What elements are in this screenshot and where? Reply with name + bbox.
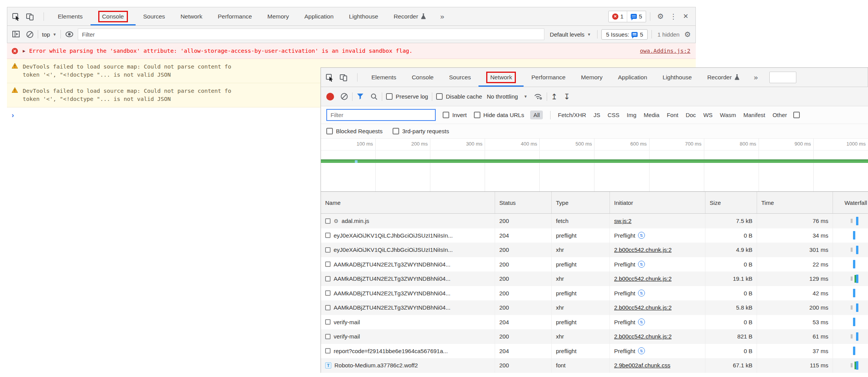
network-window-tab-lighthouse[interactable]: Lighthouse [655,68,700,87]
kebab-menu-icon[interactable]: ⋮ [667,12,680,21]
table-row[interactable]: AAMkADBjZTU4N2E2LTg3ZWYtNDBhNi04...200pr… [321,257,868,272]
search-icon[interactable] [370,93,378,101]
chip-img[interactable]: Img [627,112,636,118]
table-row[interactable]: eyJ0eXAiOiJKV1QiLCJhbGciOiJSUzI1NiIsIn..… [321,228,868,243]
network-window-tab-application[interactable]: Application [610,68,655,87]
log-levels-selector[interactable]: Default levels ▼ [550,31,591,38]
initiator-cell[interactable]: Preflight⇅ [610,315,705,330]
request-name-cell[interactable]: AAMkADBjZTU4N2E2LTg3ZWYtNDBhNi04... [321,257,495,272]
filter-funnel-icon[interactable] [356,93,364,100]
column-header-status[interactable]: Status [495,192,552,213]
network-window-tab-console[interactable]: Console [404,68,442,87]
request-name-cell[interactable]: eyJ0eXAiOiJKV1QiLCJhbGciOiJSUzI1NiIsIn..… [321,243,495,257]
console-filter-input[interactable] [78,28,544,40]
chip-manifest[interactable]: Manifest [744,112,766,118]
waterfall-cell[interactable] [833,344,868,359]
initiator-cell[interactable]: 2.b00cc542.chunk.js:2 [610,271,705,286]
device-toolbar-icon[interactable] [26,12,34,21]
initiator-cell[interactable]: sw.js:2 [610,214,705,228]
table-row[interactable]: verify-mail200xhr2.b00cc542.chunk.js:282… [321,329,868,344]
chip-wasm[interactable]: Wasm [720,112,736,118]
request-name-cell[interactable]: TRoboto-Medium.a37786c2.woff2 [321,358,495,373]
initiator-link[interactable]: 2.b00cc542.chunk.js:2 [614,333,672,340]
initiator-link[interactable]: 2.b00cc542.chunk.js:2 [614,246,672,253]
console-error-message[interactable]: ▶ Error while parsing the 'sandbox' attr… [7,43,696,59]
inspect-element-icon[interactable] [12,12,20,21]
request-name-cell[interactable]: verify-mail [321,315,495,330]
request-name-cell[interactable]: ⚙adal.min.js [321,214,495,228]
table-row[interactable]: ⚙adal.min.js200fetchsw.js:27.5 kB76 ms [321,214,868,228]
request-name-cell[interactable]: eyJ0eXAiOiJKV1QiLCJhbGciOiJSUzI1NiIsIn..… [321,228,495,243]
table-row[interactable]: verify-mail204preflightPreflight⇅0 B53 m… [321,315,868,330]
table-row[interactable]: report?code=f29141bbe6e1964ca567691a...2… [321,344,868,359]
waterfall-cell[interactable] [833,271,868,286]
settings-gear-icon[interactable]: ⚙ [654,12,667,21]
request-name-cell[interactable]: AAMkADBjZTU4N2E2LTg3ZWYtNDBhNi04... [321,300,495,315]
column-header-time[interactable]: Time [757,192,833,213]
network-window-tab-memory[interactable]: Memory [573,68,610,87]
initiator-cell[interactable]: 2.b00cc542.chunk.js:2 [610,329,705,344]
preserve-log-checkbox[interactable]: Preserve log [386,93,428,100]
initiator-cell[interactable]: Preflight⇅ [610,228,705,243]
table-row[interactable]: AAMkADBjZTU4N2E2LTg3ZWYtNDBhNi04...200xh… [321,271,868,286]
issues-count-badge[interactable]: 5 [627,11,645,22]
clear-console-icon[interactable] [26,30,34,39]
network-window-tab-recorder[interactable]: Recorder [700,68,748,87]
chip-other[interactable]: Other [772,112,787,118]
initiator-cell[interactable]: 2.b00cc542.chunk.js:2 [610,300,705,315]
waterfall-cell[interactable] [833,243,868,257]
waterfall-cell[interactable] [833,286,868,301]
table-row[interactable]: AAMkADBjZTU4N2E2LTg3ZWYtNDBhNi04...200pr… [321,286,868,301]
chip-fetch-xhr[interactable]: Fetch/XHR [558,112,586,118]
console-window-tab-elements[interactable]: Elements [50,7,91,25]
table-row[interactable]: TRoboto-Medium.a37786c2.woff2200font2.9b… [321,358,868,373]
table-row[interactable]: eyJ0eXAiOiJKV1QiLCJhbGciOiJSUzI1NiIsIn..… [321,243,868,257]
console-sidebar-icon[interactable] [12,30,20,39]
initiator-link[interactable]: 2.9be002af.chunk.css [614,362,670,369]
initiator-link[interactable]: 2.b00cc542.chunk.js:2 [614,304,672,311]
console-window-tab-performance[interactable]: Performance [210,7,260,25]
console-window-tab-lighthouse[interactable]: Lighthouse [341,7,386,25]
disable-cache-checkbox[interactable]: Disable cache [436,93,482,100]
clear-network-log-icon[interactable] [340,92,348,101]
console-window-tab-console[interactable]: Console [91,7,136,25]
initiator-cell[interactable]: Preflight⇅ [610,344,705,359]
expand-triangle-icon[interactable]: ▶ [23,49,25,54]
error-count-badge[interactable]: ✕ 1 [609,11,627,22]
context-selector[interactable]: top ▼ [42,31,57,38]
close-icon[interactable]: ✕ [680,12,692,20]
waterfall-cell[interactable] [833,228,868,243]
column-header-waterfall[interactable]: Waterfall [833,192,868,213]
throttling-selector[interactable]: No throttling ▼ [487,93,527,100]
waterfall-cell[interactable] [833,257,868,272]
chip-js[interactable]: JS [593,112,600,118]
request-name-cell[interactable]: report?code=f29141bbe6e1964ca567691a... [321,344,495,359]
invert-checkbox[interactable]: Invert [443,112,467,118]
live-expression-eye-icon[interactable] [65,30,74,39]
issues-button[interactable]: 5 Issues: 5 [601,29,648,40]
import-har-icon[interactable]: ↥ [551,92,557,101]
console-window-tab-memory[interactable]: Memory [260,7,297,25]
network-conditions-icon[interactable] [534,92,543,101]
more-tabs-button[interactable]: » [434,7,450,25]
initiator-cell[interactable]: Preflight⇅ [610,286,705,301]
console-window-tab-application[interactable]: Application [297,7,341,25]
column-header-initiator[interactable]: Initiator [610,192,705,213]
initiator-cell[interactable]: 2.9be002af.chunk.css [610,358,705,373]
export-har-icon[interactable]: ↧ [564,92,570,101]
request-name-cell[interactable]: AAMkADBjZTU4N2E2LTg3ZWYtNDBhNi04... [321,286,495,301]
device-toolbar-icon[interactable] [339,73,348,82]
chip-all[interactable]: All [530,111,543,119]
record-network-log-icon[interactable] [326,93,334,101]
waterfall-cell[interactable] [833,329,868,344]
console-settings-gear-icon[interactable]: ⚙ [681,30,691,39]
network-overview-timeline[interactable]: 100 ms200 ms300 ms400 ms500 ms600 ms700 … [321,139,868,192]
chip-media[interactable]: Media [644,112,660,118]
chip-doc[interactable]: Doc [686,112,696,118]
console-window-tab-sources[interactable]: Sources [136,7,173,25]
network-window-tab-elements[interactable]: Elements [364,68,404,87]
chip-font[interactable]: Font [667,112,678,118]
more-tabs-button[interactable]: » [747,68,764,87]
request-name-cell[interactable]: verify-mail [321,329,495,344]
waterfall-cell[interactable] [833,358,868,373]
